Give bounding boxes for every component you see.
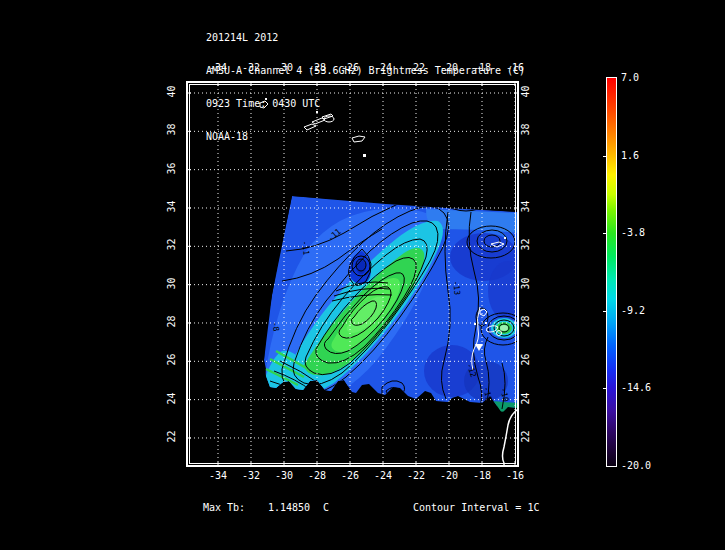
lat-tick-label-right: 24 <box>520 385 531 411</box>
map-plot: -11-11-8-13-12-11-10 <box>186 81 519 467</box>
lat-tick-label-left: 22 <box>166 423 177 449</box>
lon-tick-label-top: -16 <box>502 62 528 73</box>
colorbar-tick-mark <box>603 233 607 234</box>
lon-tick-label-bottom: -26 <box>337 470 363 481</box>
contour-label: -13 <box>451 280 461 295</box>
lat-tick-label-left: 26 <box>166 347 177 373</box>
colorbar-tick-label: -9.2 <box>621 305 645 316</box>
lat-tick-label-left: 40 <box>166 79 177 105</box>
lon-tick-label-bottom: -20 <box>436 470 462 481</box>
colorbar-tick-label: 1.6 <box>621 150 639 161</box>
lon-tick-label-bottom: -24 <box>370 470 396 481</box>
lat-tick-label-left: 32 <box>166 232 177 258</box>
lon-tick-label-top: -28 <box>304 62 330 73</box>
lon-tick-label-top: -32 <box>238 62 264 73</box>
lat-tick-label-right: 22 <box>520 423 531 449</box>
tb-field <box>264 196 519 413</box>
lon-tick-label-bottom: -28 <box>304 470 330 481</box>
storm-id: 201214L 2012 <box>206 32 525 43</box>
lat-tick-label-left: 30 <box>166 270 177 296</box>
lat-tick-label-right: 38 <box>520 117 531 143</box>
lat-tick-label-right: 36 <box>520 155 531 181</box>
lat-tick-label-right: 34 <box>520 193 531 219</box>
lat-tick-label-left: 24 <box>166 385 177 411</box>
amsu-plot-screen: 201214L 2012 AMSU-A Channel 4 (53.6GHz) … <box>0 0 725 550</box>
lon-tick-label-top: -20 <box>436 62 462 73</box>
colorbar-tick-mark <box>603 156 607 157</box>
lat-tick-label-right: 26 <box>520 347 531 373</box>
lon-tick-label-bottom: -30 <box>271 470 297 481</box>
lat-tick-label-left: 28 <box>166 308 177 334</box>
lon-tick-label-top: -24 <box>370 62 396 73</box>
contour-label: -11 <box>300 240 310 255</box>
max-tb-value: 1.14850 <box>268 502 310 513</box>
contour-label: -8 <box>270 321 281 332</box>
lon-tick-label-top: -34 <box>205 62 231 73</box>
lat-tick-label-right: 30 <box>520 270 531 296</box>
lat-tick-label-right: 32 <box>520 232 531 258</box>
lat-tick-label-right: 28 <box>520 308 531 334</box>
lon-tick-label-bottom: -22 <box>403 470 429 481</box>
contour-interval-label: Contour Interval = 1C <box>413 502 539 513</box>
colorbar-tick-label: -3.8 <box>621 227 645 238</box>
lat-tick-label-right: 40 <box>520 79 531 105</box>
max-tb-unit: C <box>323 502 329 513</box>
colorbar <box>606 77 617 467</box>
lon-tick-label-top: -22 <box>403 62 429 73</box>
colorbar-tick-label: -20.0 <box>621 460 651 471</box>
lon-tick-label-bottom: -18 <box>469 470 495 481</box>
colorbar-tick-mark <box>603 311 607 312</box>
colorbar-tick-mark <box>603 388 607 389</box>
lon-tick-label-bottom: -16 <box>502 470 528 481</box>
colorbar-tick-label: 7.0 <box>621 72 639 83</box>
lat-tick-label-left: 36 <box>166 155 177 181</box>
lon-tick-label-top: -26 <box>337 62 363 73</box>
lon-tick-label-top: -30 <box>271 62 297 73</box>
lon-tick-label-bottom: -34 <box>205 470 231 481</box>
max-tb-label: Max Tb: <box>203 502 245 513</box>
lat-tick-label-left: 38 <box>166 117 177 143</box>
lon-tick-label-top: -18 <box>469 62 495 73</box>
lat-tick-label-left: 34 <box>166 193 177 219</box>
lon-tick-label-bottom: -32 <box>238 470 264 481</box>
colorbar-tick-label: -14.6 <box>621 382 651 393</box>
